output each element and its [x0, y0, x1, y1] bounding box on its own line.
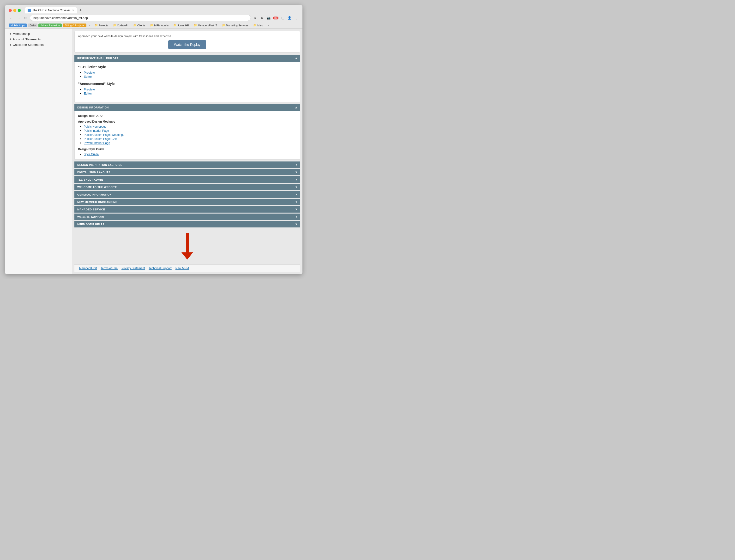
- arrow-shaft: [186, 233, 189, 252]
- section-managed-service: MANAGED SERVICE ∨: [74, 206, 300, 213]
- footer-membersfirst[interactable]: MembersFirst: [79, 267, 97, 270]
- section-website-support: WEBSITE SUPPORT ∨: [74, 214, 300, 220]
- announcement-preview-link[interactable]: Preview: [84, 88, 95, 91]
- folder-icon: 📁: [222, 24, 225, 27]
- ebulletin-editor-link[interactable]: Editor: [84, 75, 92, 78]
- sidebar-item-account-statements[interactable]: + Account Statements: [5, 36, 72, 42]
- style-guide-list: Style Guide: [78, 152, 296, 156]
- style-guide-link[interactable]: Style Guide: [84, 153, 99, 156]
- bookmark-admin-redesign[interactable]: Admin Redesign: [38, 24, 62, 27]
- chevron-8: ∨: [295, 223, 297, 226]
- section-welcome: WELCOME TO THE WEBSITE ∨: [74, 184, 300, 190]
- section-header-need-help[interactable]: NEED SOME HELP? ∨: [74, 221, 300, 227]
- section-label-6: MANAGED SERVICE: [77, 208, 105, 211]
- expand-icon: +: [10, 38, 11, 41]
- bookmark-mobile-apps[interactable]: Mobile Apps: [9, 24, 27, 27]
- section-label-0: DESIGN INSPIRATION EXERCISE: [77, 163, 122, 166]
- section-label-7: WEBSITE SUPPORT: [77, 215, 105, 218]
- tab-close-button[interactable]: ✕: [72, 9, 74, 12]
- expand-icon: +: [10, 43, 11, 47]
- close-traffic-light[interactable]: [9, 9, 12, 12]
- chevron-7: ∨: [295, 215, 297, 218]
- footer-support[interactable]: Technical Support: [149, 267, 171, 270]
- section-header-tee-sheet[interactable]: TEE SHEET ADMIN ∨: [74, 176, 300, 183]
- footer-new-mrm[interactable]: New MRM: [175, 267, 189, 270]
- design-info-header[interactable]: DESIGN INFORMATION ∧: [74, 104, 300, 111]
- reload-button[interactable]: ↻: [23, 16, 28, 20]
- bookmark-membersfirst-it[interactable]: 📁 MembersFirst IT: [192, 23, 219, 27]
- main-content: Approach your next website design projec…: [72, 29, 302, 274]
- section-header-new-member[interactable]: NEW MEMBER ONBOARDING ∨: [74, 199, 300, 205]
- bookmarks-overflow-button[interactable]: »: [266, 24, 271, 27]
- sidebar-item-checkfree[interactable]: + Checkfree Statements: [5, 42, 72, 48]
- mockup-item-2: Public Interior Page: [84, 129, 296, 132]
- maximize-traffic-light[interactable]: [18, 9, 21, 12]
- new-tab-button[interactable]: +: [77, 7, 83, 13]
- chevron-2: ∨: [295, 178, 297, 181]
- expand-icon: +: [10, 32, 11, 36]
- back-button[interactable]: ←: [9, 16, 14, 20]
- section-label-4: GENERAL INFORMATION: [77, 193, 112, 196]
- extensions-icon[interactable]: ▢: [280, 16, 285, 20]
- bookmark-clients[interactable]: 📁 Clients: [131, 23, 147, 27]
- section-header-general-info[interactable]: GENERAL INFORMATION ∨: [74, 191, 300, 198]
- address-bar-row: ← → ↻ neptunecove.com/admin/admin_mf.asp…: [5, 13, 302, 22]
- profile-icon[interactable]: 👤: [287, 16, 292, 20]
- forward-button[interactable]: →: [16, 16, 21, 20]
- bookmark-misc[interactable]: 📁 Misc.: [251, 23, 265, 27]
- sidebar-item-label: Membership: [13, 32, 30, 36]
- red-arrow: [181, 233, 193, 260]
- url-text: neptunecove.com/admin/admin_mf.asp: [33, 16, 88, 20]
- bookmark-code-api[interactable]: 📁 Code/API: [111, 23, 130, 27]
- bookmarks-more-button[interactable]: »: [87, 24, 92, 27]
- footer-terms[interactable]: Terms of Use: [101, 267, 118, 270]
- left-sidebar: + Membership + Account Statements + Chec…: [5, 29, 72, 274]
- bookmark-projects[interactable]: 📁 Projects: [93, 23, 110, 27]
- red-arrow-container: [74, 228, 300, 264]
- section-header-website-support[interactable]: WEBSITE SUPPORT ∨: [74, 214, 300, 220]
- minimize-traffic-light[interactable]: [13, 9, 16, 12]
- section-header-design-inspiration[interactable]: DESIGN INSPIRATION EXERCISE ∨: [74, 161, 300, 168]
- section-need-help: NEED SOME HELP? ∨: [74, 221, 300, 227]
- bookmark-jonas-hr[interactable]: 📁 Jonas HR: [171, 23, 191, 27]
- star-icon[interactable]: ★: [253, 16, 257, 20]
- announcement-links: Preview Editor: [78, 88, 296, 95]
- chevron-0: ∨: [295, 163, 297, 166]
- section-header-managed-service[interactable]: MANAGED SERVICE ∨: [74, 206, 300, 213]
- mockup-link-4[interactable]: Public Custom Page: Golf: [84, 137, 117, 141]
- camera-icon[interactable]: 📷: [266, 16, 271, 20]
- notification-badge[interactable]: 302: [273, 17, 278, 19]
- menu-icon[interactable]: ⋮: [294, 16, 298, 20]
- bookmark-marketing[interactable]: 📁 Marketing Services: [220, 23, 250, 27]
- color-picker-icon[interactable]: ◆: [259, 16, 264, 20]
- section-design-inspiration: DESIGN INSPIRATION EXERCISE ∨: [74, 161, 300, 168]
- active-tab[interactable]: The Club at Neptune Cove Ac ✕: [25, 7, 77, 13]
- bookmark-billing-projects[interactable]: Billing & Projects: [63, 24, 86, 27]
- mockup-link-5[interactable]: Private Interior Page: [84, 141, 110, 145]
- address-bar[interactable]: neptunecove.com/admin/admin_mf.asp: [30, 15, 251, 21]
- section-general-info: GENERAL INFORMATION ∨: [74, 191, 300, 198]
- ebulletin-preview-link[interactable]: Preview: [84, 71, 95, 74]
- section-header-digital-sign[interactable]: DIGITAL SIGN LAYOUTS ∨: [74, 169, 300, 175]
- email-builder-chevron: ∧: [295, 57, 297, 60]
- mockup-link-1[interactable]: Public Homepage: [84, 125, 107, 128]
- folder-icon: 📁: [150, 24, 153, 27]
- title-bar: The Club at Neptune Cove Ac ✕ +: [5, 5, 302, 13]
- design-year-label: Design Year:: [78, 114, 95, 118]
- bookmark-mrm-admin[interactable]: 📁 MRM Admin: [148, 23, 170, 27]
- watch-replay-button[interactable]: Watch the Replay: [168, 40, 206, 49]
- mockup-item-5: Private Interior Page: [84, 141, 296, 145]
- email-builder-header[interactable]: RESPONSIVE EMAIL BUILDER ∧: [74, 55, 300, 62]
- bookmark-daily[interactable]: Daily: [28, 24, 37, 27]
- toolbar-icons: ★ ◆ 📷 302 ▢ 👤 ⋮: [253, 16, 298, 20]
- mockup-link-2[interactable]: Public Interior Page: [84, 129, 109, 132]
- sidebar-item-membership[interactable]: + Membership: [5, 31, 72, 36]
- arrow-head: [181, 252, 193, 260]
- announcement-editor-link[interactable]: Editor: [84, 92, 92, 95]
- section-header-welcome[interactable]: WELCOME TO THE WEBSITE ∨: [74, 184, 300, 190]
- design-mockups-list: Public Homepage Public Interior Page Pub…: [78, 125, 296, 145]
- folder-icon: 📁: [253, 24, 256, 27]
- mockup-link-3[interactable]: Public Custom Page: Weddings: [84, 133, 124, 137]
- section-label-3: WELCOME TO THE WEBSITE: [77, 186, 117, 189]
- footer-privacy[interactable]: Privacy Statement: [121, 267, 145, 270]
